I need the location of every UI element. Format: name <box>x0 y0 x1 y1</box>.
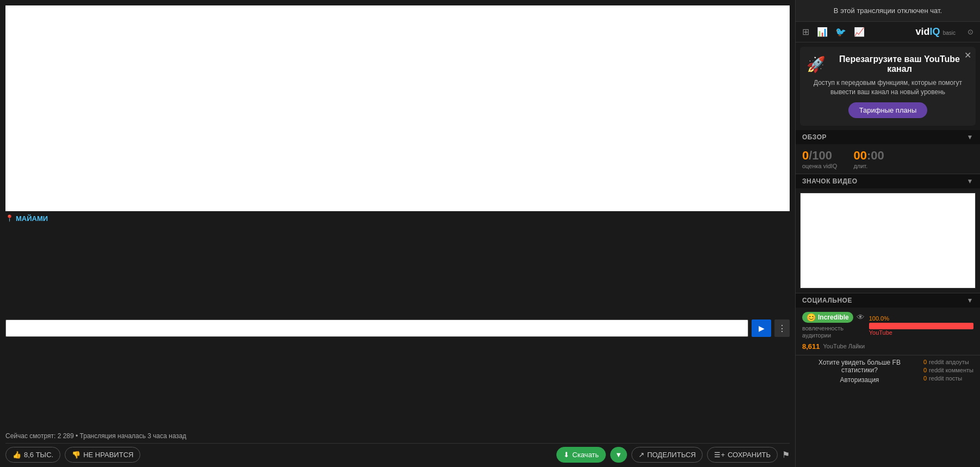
eye-icon: 👁 <box>857 312 865 322</box>
twitter-icon[interactable]: 🐦 <box>835 27 846 37</box>
video-icon-chevron-icon[interactable]: ▼ <box>967 177 973 185</box>
thumbnail-section <box>796 188 980 293</box>
obzor-section: 0/100 оценка vidIQ 00:00 длит. <box>796 144 980 174</box>
vidiq-tier-text: basic <box>943 30 956 36</box>
grid-icon[interactable]: ⊞ <box>802 27 809 37</box>
progress-bar-container: 100.0% YouTube <box>869 315 973 336</box>
dislike-label: НЕ НРАВИТСЯ <box>83 451 133 459</box>
download-dropdown-button[interactable]: ▼ <box>610 447 627 463</box>
chat-disabled-text: В этой трансляции отключен чат. <box>834 7 942 15</box>
social-label: СОЦИАЛЬНОЕ <box>802 297 852 304</box>
like-count: 8,6 ТЫС. <box>24 451 53 459</box>
chat-disabled-bar: В этой трансляции отключен чат. <box>796 0 980 22</box>
reddit-item-comments: 0 reddit комменты <box>923 367 973 373</box>
search-input[interactable] <box>5 319 748 337</box>
flag-icon: ⚑ <box>782 450 790 459</box>
obzor-chevron-icon[interactable]: ▼ <box>967 133 973 141</box>
save-icon: ☰+ <box>714 451 725 459</box>
social-row-1: 😊 Incredible 👁 вовлеченность аудитории 1… <box>802 312 973 339</box>
promo-title: Перезагрузите ваш YouTube канал <box>830 54 969 74</box>
more-options-button[interactable]: ⋮ <box>774 319 790 337</box>
video-section: 📍 МАЙАМИ ▶ ⋮ Сейчас смотрят: 2 289 • Тра… <box>0 0 795 467</box>
social-chevron-icon[interactable]: ▼ <box>967 297 973 304</box>
promo-button[interactable]: Тарифные планы <box>848 102 928 118</box>
auth-label: Авторизация <box>802 376 917 384</box>
thumbs-down-icon: 👎 <box>72 451 80 459</box>
location-text: МАЙАМИ <box>16 214 48 223</box>
vidiq-iq-text: IQ <box>930 26 940 37</box>
engagement-label: вовлеченность аудитории <box>802 325 865 339</box>
reddit-section: Хотите увидеть больше FB статистики? Авт… <box>796 355 980 387</box>
dropdown-chevron-icon: ▼ <box>615 451 622 459</box>
social-section: 😊 Incredible 👁 вовлеченность аудитории 1… <box>796 308 980 355</box>
video-player <box>5 5 790 211</box>
search-bar-area: ▶ ⋮ <box>5 226 790 432</box>
viewer-info: Сейчас смотрят: 2 289 • Трансляция начал… <box>5 432 790 442</box>
save-button[interactable]: ☰+ СОХРАНИТЬ <box>707 447 778 463</box>
main-layout: 📍 МАЙАМИ ▶ ⋮ Сейчас смотрят: 2 289 • Тра… <box>0 0 980 467</box>
promo-close-button[interactable]: ✕ <box>964 50 971 60</box>
promo-card: ✕ 🚀 Перезагрузите ваш YouTube канал Дост… <box>800 47 976 126</box>
thumbnail-box <box>800 193 976 288</box>
promo-header: 🚀 Перезагрузите ваш YouTube канал <box>807 54 969 74</box>
likes-row: 8,611 YouTube Лайки <box>802 342 973 351</box>
reddit-question: Хотите увидеть больше FB статистики? <box>802 359 917 374</box>
obzor-label: ОБЗОР <box>802 133 827 141</box>
rocket-icon: 🚀 <box>807 56 826 73</box>
youtube-label: YouTube <box>869 329 973 336</box>
search-submit-button[interactable]: ▶ <box>752 319 771 337</box>
video-icon-section-header: ЗНАЧОК ВИДЕО ▼ <box>796 174 980 188</box>
location-pin-icon: 📍 <box>5 214 14 222</box>
likes-text: YouTube Лайки <box>823 343 865 349</box>
dislike-button[interactable]: 👎 НЕ НРАВИТСЯ <box>65 447 140 463</box>
incredible-badge: 😊 Incredible <box>802 312 853 323</box>
progress-bar <box>869 323 973 329</box>
obzor-score-value: 0/100 <box>802 149 837 163</box>
reddit-item-upvotes: 0 reddit апдоуты <box>923 359 973 365</box>
like-button[interactable]: 👍 8,6 ТЫС. <box>5 447 60 463</box>
vidiq-vid-text: vid <box>916 26 930 37</box>
progress-percent: 100.0% <box>869 315 973 322</box>
obzor-section-header: ОБЗОР ▼ <box>796 130 980 144</box>
play-icon: ▶ <box>759 324 765 333</box>
sidebar: В этой трансляции отключен чат. ⊞ 📊 🐦 📈 … <box>795 0 980 467</box>
obzor-time-value: 00:00 <box>853 149 884 163</box>
download-label: Скачать <box>572 451 599 459</box>
smiley-icon: 😊 <box>807 313 816 322</box>
obzor-time-item: 00:00 длит. <box>853 149 884 169</box>
download-arrow-icon: ⬇ <box>563 451 569 459</box>
save-label: СОХРАНИТЬ <box>728 451 771 459</box>
download-button[interactable]: ⬇ Скачать <box>556 447 606 463</box>
vidiq-toolbar: ⊞ 📊 🐦 📈 vidIQ basic ⊙ <box>796 22 980 42</box>
expand-icon[interactable]: ⊙ <box>967 28 973 36</box>
reddit-item-posts: 0 reddit посты <box>923 375 973 382</box>
obzor-time-label: длит. <box>853 163 884 169</box>
video-icon-label: ЗНАЧОК ВИДЕО <box>802 177 858 185</box>
obzor-score-item: 0/100 оценка vidIQ <box>802 149 837 169</box>
social-section-header: СОЦИАЛЬНОЕ ▼ <box>796 293 980 308</box>
incredible-label: Incredible <box>818 314 849 321</box>
thumbs-up-icon: 👍 <box>13 451 21 459</box>
share-label: ПОДЕЛИТЬСЯ <box>647 451 696 459</box>
obzor-score-label: оценка vidIQ <box>802 163 837 169</box>
promo-desc: Доступ к передовым функциям, которые пом… <box>807 78 969 97</box>
flag-button[interactable]: ⚑ <box>782 450 790 460</box>
likes-value: 8,611 <box>802 342 820 351</box>
share-button[interactable]: ↗ ПОДЕЛИТЬСЯ <box>631 447 703 463</box>
bar-chart-icon[interactable]: 📊 <box>817 27 828 37</box>
trending-icon[interactable]: 📈 <box>854 27 865 37</box>
action-bar: 👍 8,6 ТЫС. 👎 НЕ НРАВИТСЯ ⬇ Скачать ▼ ↗ П… <box>5 443 790 467</box>
dots-icon: ⋮ <box>778 323 786 334</box>
share-icon: ↗ <box>638 451 644 459</box>
vidiq-logo: vidIQ basic <box>916 26 956 38</box>
location-badge: 📍 МАЙАМИ <box>5 214 48 223</box>
toolbar-icons: ⊞ 📊 🐦 📈 <box>802 27 865 37</box>
